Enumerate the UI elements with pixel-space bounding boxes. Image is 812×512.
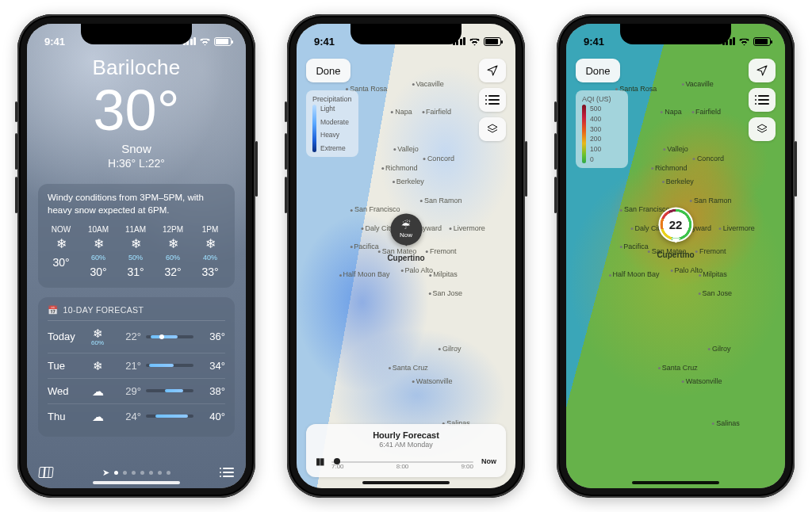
precip-map-screen[interactable]: Santa RosaVacavilleNapaFairfieldVallejoR… — [297, 24, 515, 488]
list-button[interactable] — [219, 464, 235, 480]
weather-bottom-bar: ➤ — [38, 464, 235, 480]
city-label: Fremont — [426, 247, 457, 255]
locate-button[interactable] — [749, 59, 776, 82]
home-indicator[interactable] — [362, 481, 450, 484]
status-time: 9:41 — [314, 36, 335, 48]
weather-header: Bariloche 30° Snow H:36° L:22° — [38, 55, 235, 170]
timeline-subtitle: 6:41 AM Monday — [316, 441, 496, 449]
city-label: Milpitas — [429, 270, 458, 278]
done-button[interactable]: Done — [576, 59, 620, 82]
list-button[interactable] — [479, 88, 506, 112]
location-arrow-icon: ➤ — [102, 468, 109, 478]
layers-button[interactable] — [749, 117, 776, 141]
tenday-row[interactable]: Tue ❄︎ 21° 34° — [48, 353, 225, 379]
city-label: Berkeley — [662, 178, 694, 185]
city-label: Half Moon Bay — [609, 270, 660, 278]
city-label: Half Moon Bay — [339, 270, 390, 278]
pin-city: Cupertino — [657, 250, 694, 258]
hourly-forecast[interactable]: Now❄︎30°10AM❄︎60%30°11AM❄︎50%31°12PM❄︎60… — [48, 224, 225, 280]
timeline-title: Hourly Forecast — [316, 430, 496, 440]
city-label: Vallejo — [393, 145, 418, 153]
city-label: Gilroy — [439, 345, 462, 353]
hourly-item: 10AM❄︎60%30° — [85, 224, 112, 280]
location-arrow-icon — [756, 64, 768, 77]
aqi-map-screen[interactable]: Santa RosaVacavilleNapaFairfieldVallejoR… — [566, 24, 785, 488]
wifi-icon — [738, 37, 750, 46]
aqi-map-pin[interactable]: 22 Cupertino — [657, 207, 694, 258]
phone-weather: 9:41 Bariloche 30° Snow H:36° L:22° Wind… — [17, 14, 255, 498]
layers-icon — [756, 123, 768, 136]
city-label: San Francisco — [350, 205, 400, 213]
city-label: Richmond — [651, 164, 688, 172]
alert-text: Windy conditions from 3PM–5PM, with heav… — [48, 192, 225, 216]
city-label: Vacaville — [412, 80, 443, 88]
city-label: Palo Alto — [671, 266, 703, 274]
weather-screen: 9:41 Bariloche 30° Snow H:36° L:22° Wind… — [27, 24, 246, 488]
city-label: Concord — [693, 155, 724, 162]
city-label: Salinas — [712, 419, 740, 427]
map-pin[interactable]: ☔︎ Now Cupertino — [387, 213, 424, 262]
hi-lo-text: H:36° L:22° — [38, 157, 235, 170]
pin-label: Now — [400, 231, 412, 239]
tenday-card[interactable]: 📅 10-DAY FORECAST Today ❄︎60% 22° 36°Tue… — [38, 297, 235, 437]
rain-icon: ☔︎ — [401, 220, 411, 231]
current-temp: 30° — [38, 82, 235, 139]
home-indicator[interactable] — [93, 481, 180, 484]
phone-precip-map: Santa RosaVacavilleNapaFairfieldVallejoR… — [287, 14, 525, 498]
location-name: Bariloche — [38, 55, 235, 80]
hourly-item: Now❄︎30° — [48, 224, 75, 280]
city-label: San Ramon — [690, 197, 732, 204]
layers-icon — [486, 123, 499, 136]
aqi-legend: AQI (US) 5004003002001000 — [576, 90, 628, 168]
city-label: Livermore — [450, 224, 485, 232]
hourly-item: 11AM❄︎50%31° — [122, 224, 149, 280]
city-label: Livermore — [719, 224, 755, 232]
city-label: Fairfield — [422, 108, 451, 116]
hourly-item: 12PM❄︎60%32° — [159, 224, 186, 280]
tenday-row[interactable]: Today ❄︎60% 22° 36° — [48, 321, 225, 353]
aqi-value: 22 — [669, 218, 683, 231]
tenday-row[interactable]: Thu ☁︎ 24° 40° — [48, 404, 225, 429]
status-time: 9:41 — [584, 36, 604, 48]
city-label: Napa — [391, 108, 412, 116]
home-indicator[interactable] — [632, 481, 719, 484]
city-label: Napa — [661, 108, 682, 116]
page-dots[interactable]: ➤ — [102, 468, 170, 478]
pause-button[interactable]: ▮▮ — [316, 456, 324, 467]
locate-button[interactable] — [479, 59, 506, 82]
battery-icon — [214, 37, 232, 46]
city-label: Santa Cruz — [389, 364, 428, 372]
city-label: Vacaville — [681, 80, 713, 88]
done-button[interactable]: Done — [306, 59, 350, 82]
city-label: Vallejo — [663, 145, 688, 153]
city-label: Concord — [423, 155, 454, 162]
phone-aqi-map: Santa RosaVacavilleNapaFairfieldVallejoR… — [557, 14, 795, 498]
list-button[interactable] — [749, 88, 776, 112]
city-label: San Jose — [428, 289, 462, 297]
map-button[interactable] — [38, 464, 54, 480]
city-label: Milpitas — [699, 270, 727, 278]
hourly-item: 1PM❄︎40%33° — [197, 224, 224, 280]
battery-icon — [753, 37, 771, 46]
city-label: Fremont — [695, 247, 726, 255]
city-label: Santa Cruz — [658, 364, 698, 372]
wifi-icon — [469, 37, 481, 46]
city-label: Pacifica — [619, 243, 649, 250]
calendar-icon: 📅 — [48, 305, 58, 315]
city-label: Fairfield — [691, 108, 721, 116]
battery-icon — [484, 37, 501, 46]
city-label: Pacifica — [350, 243, 379, 250]
wifi-icon — [199, 37, 211, 46]
city-label: Richmond — [381, 164, 418, 172]
location-arrow-icon — [486, 64, 499, 77]
pin-city: Cupertino — [387, 253, 424, 262]
tenday-title: 10-DAY FORECAST — [63, 305, 144, 315]
city-label: Palo Alto — [401, 266, 434, 274]
city-label: San Jose — [698, 289, 732, 297]
timeline-slider[interactable]: 7:008:009:00 — [331, 453, 473, 469]
city-label: Watsonville — [412, 377, 453, 385]
tenday-row[interactable]: Wed ☁︎ 29° 38° — [48, 379, 225, 404]
layers-button[interactable] — [479, 117, 506, 141]
forecast-alert-card[interactable]: Windy conditions from 3PM–5PM, with heav… — [38, 184, 235, 288]
city-label: Gilroy — [708, 345, 731, 353]
